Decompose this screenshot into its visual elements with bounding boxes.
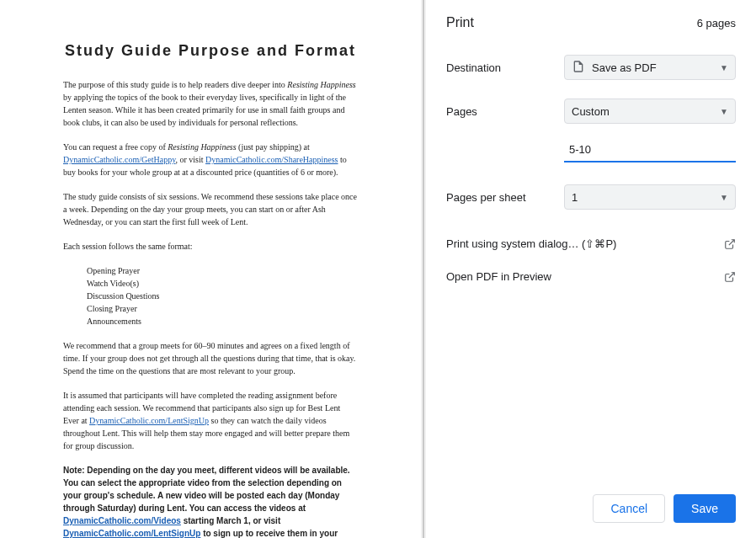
destination-select[interactable]: Save as PDF ▼ bbox=[564, 55, 736, 80]
document-title: Study Guide Purpose and Format bbox=[63, 42, 358, 60]
doc-paragraph: It is assumed that participants will hav… bbox=[63, 389, 358, 452]
doc-paragraph: We recommend that a group meets for 60–9… bbox=[63, 339, 358, 377]
system-dialog-link[interactable]: Print using system dialog… (⇧⌘P) bbox=[446, 227, 736, 260]
svg-line-1 bbox=[729, 272, 734, 277]
doc-link: DynamicCatholic.com/LentSignUp bbox=[63, 529, 200, 538]
doc-link: DynamicCatholic.com/Videos bbox=[63, 516, 181, 525]
pages-label: Pages bbox=[446, 105, 564, 118]
open-external-icon bbox=[724, 238, 736, 250]
svg-line-0 bbox=[729, 239, 734, 244]
open-pdf-link[interactable]: Open PDF in Preview bbox=[446, 260, 736, 293]
chevron-down-icon: ▼ bbox=[720, 193, 728, 202]
pages-range-input[interactable] bbox=[564, 137, 736, 162]
pages-per-sheet-value: 1 bbox=[572, 191, 578, 204]
chevron-down-icon: ▼ bbox=[720, 63, 728, 72]
list-item: Announcements bbox=[87, 315, 358, 328]
doc-note: Note: Depending on the day you meet, dif… bbox=[63, 464, 358, 538]
system-dialog-label: Print using system dialog… (⇧⌘P) bbox=[446, 237, 616, 250]
destination-value: Save as PDF bbox=[592, 61, 657, 74]
list-item: Opening Prayer bbox=[87, 264, 358, 277]
doc-paragraph: You can request a free copy of Resisting… bbox=[63, 141, 358, 178]
doc-list: Opening Prayer Watch Video(s) Discussion… bbox=[87, 264, 358, 328]
document-page: Study Guide Purpose and Format The purpo… bbox=[8, 0, 413, 538]
chevron-down-icon: ▼ bbox=[720, 107, 728, 116]
doc-paragraph: The purpose of this study guide is to he… bbox=[63, 78, 358, 129]
list-item: Closing Prayer bbox=[87, 302, 358, 315]
pages-per-sheet-label: Pages per sheet bbox=[446, 191, 564, 204]
pages-per-sheet-select[interactable]: 1 ▼ bbox=[564, 184, 736, 210]
panel-footer: Cancel Save bbox=[426, 482, 756, 538]
doc-paragraph: The study guide consists of six sessions… bbox=[63, 190, 358, 228]
open-external-icon bbox=[724, 271, 736, 283]
destination-label: Destination bbox=[446, 61, 564, 74]
list-item: Discussion Questions bbox=[87, 290, 358, 302]
doc-link: DynamicCatholic.com/ShareHappiness bbox=[205, 155, 338, 164]
pages-value: Custom bbox=[572, 105, 610, 118]
print-panel: Print 6 pages Destination Save as PDF ▼ … bbox=[426, 0, 756, 538]
doc-paragraph: Each session follows the same format: bbox=[63, 240, 358, 253]
pane-divider[interactable] bbox=[421, 0, 426, 538]
page-count: 6 pages bbox=[697, 17, 736, 29]
pages-select[interactable]: Custom ▼ bbox=[564, 99, 736, 124]
doc-link: DynamicCatholic.com/LentSignUp bbox=[89, 416, 209, 425]
cancel-button[interactable]: Cancel bbox=[593, 494, 665, 523]
list-item: Watch Video(s) bbox=[87, 277, 358, 290]
print-preview-pane: Study Guide Purpose and Format The purpo… bbox=[0, 0, 421, 538]
doc-link: DynamicCatholic.com/GetHappy bbox=[63, 155, 175, 164]
pdf-file-icon bbox=[572, 60, 585, 76]
open-pdf-label: Open PDF in Preview bbox=[446, 270, 551, 283]
save-button[interactable]: Save bbox=[673, 494, 736, 523]
panel-title: Print bbox=[446, 15, 474, 30]
